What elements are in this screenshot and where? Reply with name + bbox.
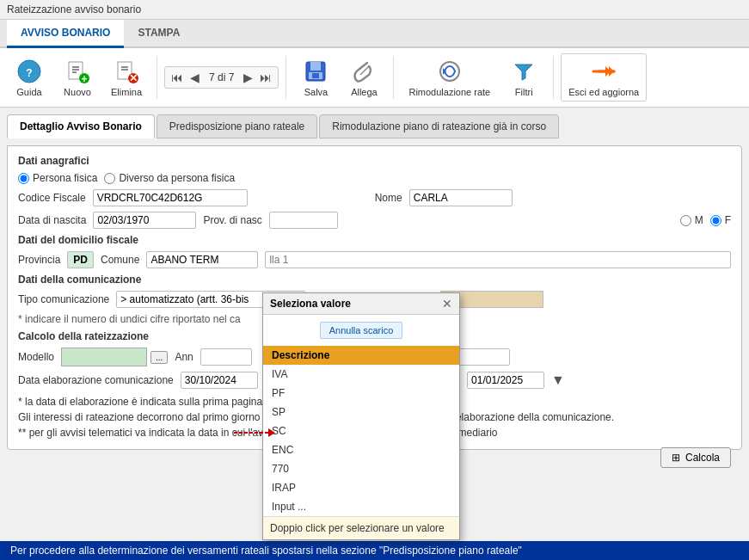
nav-first[interactable]: ⏮ bbox=[169, 69, 186, 86]
codice-fiscale-row: Codice Fiscale Nome bbox=[18, 189, 731, 206]
via-input[interactable] bbox=[265, 251, 731, 268]
data-rice-calendar-icon[interactable]: ▼ bbox=[551, 372, 565, 388]
tab-rimodulazione[interactable]: Rimodulazione piano di rateazione già in… bbox=[319, 114, 559, 138]
calcola-button[interactable]: ⊞ Calcola bbox=[660, 447, 731, 468]
popup-footer-text: Doppio click per selezionare un valore bbox=[270, 522, 445, 534]
modello-input[interactable] bbox=[61, 348, 147, 366]
nav-counter: 7 di 7 bbox=[204, 71, 239, 83]
provincia-label: Provincia bbox=[18, 254, 60, 266]
section-tabs: Dettaglio Avviso Bonario Predisposizione… bbox=[7, 114, 742, 138]
allega-label: Allega bbox=[351, 87, 378, 97]
popup-item-input[interactable]: Input ... bbox=[263, 497, 459, 516]
popup-header: Seleziona valore ✕ bbox=[263, 293, 459, 315]
tab-avviso-bonario[interactable]: AVVISO BONARIO bbox=[7, 20, 124, 48]
prov-nascita-label: Prov. di nasc bbox=[203, 214, 261, 226]
radio-f-input[interactable] bbox=[710, 215, 721, 226]
main-content: Dettaglio Avviso Bonario Predisposizione… bbox=[0, 108, 749, 457]
provincia-value: PD bbox=[67, 251, 94, 268]
popup-item-pf[interactable]: PF bbox=[263, 384, 459, 403]
calcola-label: Calcola bbox=[685, 452, 720, 464]
toolbar-divider-1 bbox=[157, 56, 157, 99]
modello-label: Modello bbox=[18, 351, 54, 363]
popup-overlay: Seleziona valore ✕ Annulla scarico Descr… bbox=[262, 292, 460, 540]
nav-group: ⏮ ◀ 7 di 7 ▶ ⏭ bbox=[164, 66, 279, 89]
popup-item-sc[interactable]: SC bbox=[263, 422, 459, 440]
anno-input[interactable] bbox=[200, 348, 252, 366]
filtri-icon bbox=[510, 58, 537, 85]
popup-list: Descrizione IVA PF SP SC ENC 770 IRAP In… bbox=[263, 346, 459, 516]
status-text: Per procedere alla determinazione dei ve… bbox=[10, 545, 522, 557]
toolbar-divider-3 bbox=[393, 56, 394, 99]
data-elab-input[interactable] bbox=[181, 372, 258, 389]
comune-input[interactable] bbox=[146, 251, 258, 268]
data-elab-label: Data elaborazione comunicazione bbox=[18, 374, 174, 386]
note-cifre-label: * indicare il numero di undici cifre rip… bbox=[18, 313, 241, 325]
popup-item-770[interactable]: 770 bbox=[263, 459, 459, 478]
data-rice-input[interactable] bbox=[467, 372, 544, 389]
svg-text:?: ? bbox=[26, 67, 32, 79]
codice-fiscale-input[interactable] bbox=[93, 189, 248, 206]
data-nascita-label: Data di nascita bbox=[18, 214, 86, 226]
popup-footer: Doppio click per selezionare un valore bbox=[263, 516, 459, 539]
rimodulazione-button[interactable]: Rimodulazione rate bbox=[401, 53, 498, 102]
radio-diverso-input[interactable] bbox=[104, 173, 115, 184]
modello-dots-button[interactable]: ... bbox=[150, 351, 168, 364]
filtri-button[interactable]: Filtri bbox=[501, 53, 546, 102]
guida-icon: ? bbox=[15, 58, 43, 85]
allega-button[interactable]: Allega bbox=[341, 53, 386, 102]
popup-item-irap[interactable]: IRAP bbox=[263, 478, 459, 497]
nome-input[interactable] bbox=[409, 189, 513, 206]
popup-item-descrizione[interactable]: Descrizione bbox=[263, 346, 459, 365]
persona-fisica-label: Persona fisica bbox=[33, 172, 97, 184]
calcola-icon: ⊞ bbox=[672, 452, 680, 464]
popup-item-enc[interactable]: ENC bbox=[263, 440, 459, 459]
esci-button[interactable]: Esci ed aggiorna bbox=[561, 53, 647, 102]
rimodulazione-label: Rimodulazione rate bbox=[408, 87, 490, 97]
filtri-label: Filtri bbox=[515, 87, 533, 97]
arrow-svg bbox=[232, 424, 275, 441]
app-title: Rateizzazione avviso bonario bbox=[7, 3, 141, 15]
domicilio-row: Provincia PD Comune bbox=[18, 251, 731, 268]
allega-icon bbox=[350, 58, 378, 85]
rimodulazione-icon bbox=[436, 58, 464, 85]
svg-text:+: + bbox=[81, 73, 87, 83]
title-bar: Rateizzazione avviso bonario bbox=[0, 0, 749, 20]
nome-label: Nome bbox=[375, 192, 402, 204]
popup-close-button[interactable]: ✕ bbox=[442, 297, 452, 311]
radio-diverso[interactable]: Diverso da persona fisica bbox=[104, 172, 235, 184]
comune-label: Comune bbox=[101, 254, 139, 266]
data-nascita-input[interactable] bbox=[93, 212, 196, 229]
esci-label: Esci ed aggiorna bbox=[568, 87, 639, 97]
nuovo-icon: + bbox=[64, 58, 91, 85]
svg-rect-14 bbox=[310, 62, 321, 71]
nav-next[interactable]: ▶ bbox=[241, 69, 255, 86]
radio-persona-fisica-input[interactable] bbox=[18, 173, 29, 184]
diverso-label: Diverso da persona fisica bbox=[119, 172, 235, 184]
radio-m-input[interactable] bbox=[680, 215, 691, 226]
nuovo-button[interactable]: + Nuovo bbox=[55, 53, 100, 102]
radio-f[interactable]: F bbox=[710, 214, 731, 226]
radio-persona-fisica[interactable]: Persona fisica bbox=[18, 172, 97, 184]
annulla-scarico-button[interactable]: Annulla scarico bbox=[320, 322, 403, 339]
data-nascita-row: Data di nascita Prov. di nasc M F bbox=[18, 212, 731, 229]
elimina-button[interactable]: ✕ Elimina bbox=[103, 53, 150, 102]
popup-item-iva[interactable]: IVA bbox=[263, 365, 459, 384]
guida-button[interactable]: ? Guida bbox=[7, 53, 52, 102]
guida-label: Guida bbox=[16, 87, 41, 97]
dati-domicilio-title: Dati del domicilio fiscale bbox=[18, 234, 731, 246]
salva-button[interactable]: Salva bbox=[293, 53, 338, 102]
popup-item-sp[interactable]: SP bbox=[263, 403, 459, 422]
tab-stampa[interactable]: STAMPA bbox=[124, 20, 193, 48]
prov-nascita-input[interactable] bbox=[269, 212, 338, 229]
modello-field: ... bbox=[61, 348, 168, 366]
tab-predisposizione[interactable]: Predisposizione piano rateale bbox=[157, 114, 317, 138]
dati-anagrafici-title: Dati anagrafici bbox=[18, 155, 731, 167]
toolbar-divider-4 bbox=[553, 56, 554, 99]
persona-fisica-row: Persona fisica Diverso da persona fisica bbox=[18, 172, 731, 184]
nav-last[interactable]: ⏭ bbox=[257, 69, 274, 86]
radio-m[interactable]: M bbox=[680, 214, 703, 226]
status-bar: Per procedere alla determinazione dei ve… bbox=[0, 541, 749, 560]
elimina-label: Elimina bbox=[111, 87, 142, 97]
nav-prev[interactable]: ◀ bbox=[187, 69, 202, 86]
tab-dettaglio[interactable]: Dettaglio Avviso Bonario bbox=[7, 114, 155, 138]
